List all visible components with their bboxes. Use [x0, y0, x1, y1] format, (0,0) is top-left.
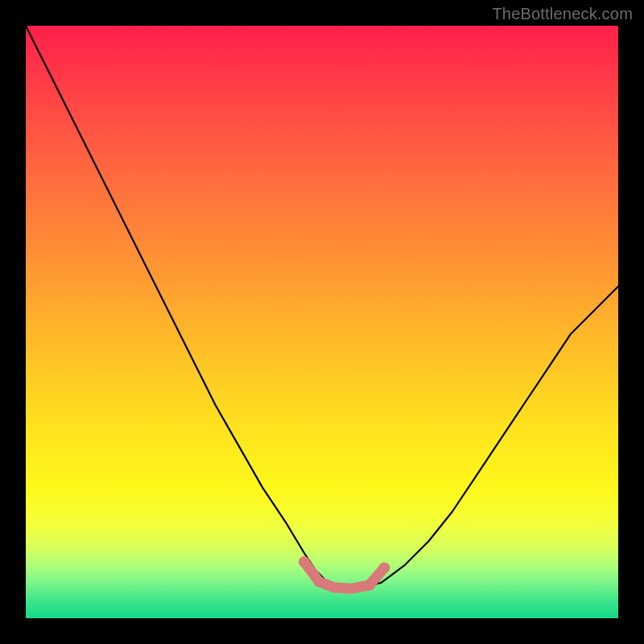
accent-dot — [313, 576, 324, 587]
chart-svg — [26, 26, 618, 618]
accent-dot — [378, 562, 390, 573]
accent-dot — [299, 556, 310, 568]
bottleneck-curve — [26, 26, 618, 588]
chart-plot-area — [26, 26, 618, 618]
watermark-text: TheBottleneck.com — [492, 5, 633, 23]
chart-frame: TheBottleneck.com — [0, 0, 644, 644]
accent-dot — [364, 580, 375, 591]
bottom-accent — [299, 556, 390, 591]
